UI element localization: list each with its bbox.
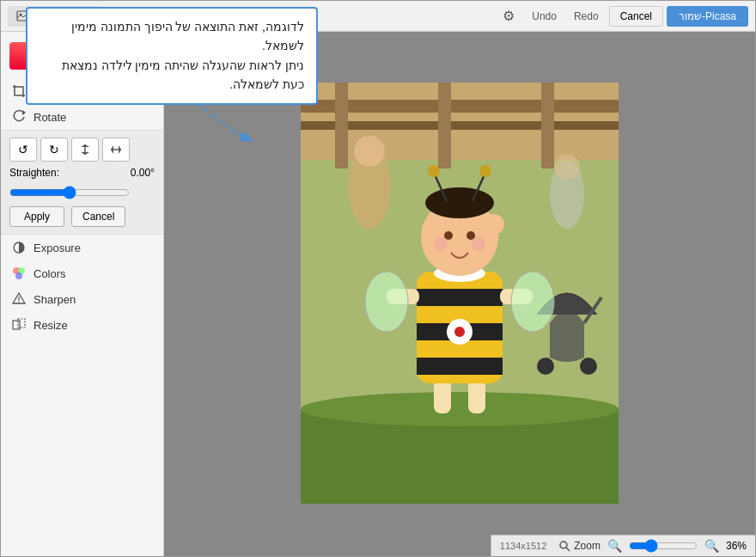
svg-point-65 [560,542,567,548]
svg-line-66 [566,548,570,551]
svg-point-38 [537,358,554,375]
tooltip-overlay: לדוגמה, זאת התוצאה של היפוך התמונה מימין… [26,7,318,105]
svg-point-39 [580,358,597,375]
rotate-panel: ↺ ↻ Straighten: 0.00° Apply Canc [1,130,163,235]
svg-rect-31 [541,83,554,168]
straighten-row: Straighten: 0.00° [9,167,155,179]
svg-point-33 [354,136,385,167]
app-container: לדוגמה, זאת התוצאה של היפוך התמונה מימין… [0,0,756,557]
svg-point-56 [444,231,453,240]
colors-label: Colors [34,267,66,280]
straighten-label: Straighten: [9,167,59,179]
sharpen-icon [11,291,27,307]
sharpen-label: Sharpen [34,293,76,306]
canvas-area: 1134x1512 Zoom 🔍 🔍 36% [164,32,755,556]
cancel-button[interactable]: Cancel [609,6,663,27]
zoom-bar: 1134x1512 Zoom 🔍 🔍 36% [491,535,755,556]
undo-button[interactable]: Undo [525,7,564,26]
svg-rect-30 [438,83,451,168]
svg-marker-12 [81,152,89,155]
zoom-slider[interactable] [629,539,698,553]
svg-rect-44 [417,289,503,306]
colors-icon [11,266,27,281]
rotate-cancel-button[interactable]: Cancel [71,206,125,227]
svg-point-60 [484,214,504,235]
svg-rect-28 [301,121,619,130]
zoom-label: Zoom [558,540,601,552]
svg-point-53 [511,272,554,332]
sidebar-item-rotate[interactable]: Rotate [1,104,163,130]
svg-point-57 [466,231,475,240]
svg-point-62 [428,165,440,177]
main-area: ✦ Auto-Fix Crop Rotate ↺ [1,32,755,556]
zoom-percent: 36% [726,540,747,552]
straighten-slider[interactable] [9,186,130,199]
flip-horizontal-button[interactable] [102,138,130,162]
svg-rect-29 [335,83,348,168]
rotate-cw-button[interactable]: ↻ [40,138,68,162]
svg-point-55 [425,187,494,218]
zoom-out-button[interactable]: 🔍 [606,539,624,553]
svg-point-37 [301,392,619,426]
svg-point-64 [479,165,491,177]
svg-point-19 [15,272,22,279]
svg-point-22 [18,302,20,303]
svg-point-52 [365,272,408,332]
sidebar-item-colors[interactable]: Colors [1,260,163,286]
exposure-label: Exposure [34,242,81,254]
svg-point-35 [554,154,580,180]
sidebar: ✦ Auto-Fix Crop Rotate ↺ [1,32,164,556]
apply-button[interactable]: Apply [9,206,64,227]
settings-button[interactable]: ⚙ [496,4,521,28]
rotate-buttons-group: ↺ ↻ [9,138,155,162]
redo-button[interactable]: Redo [567,7,606,26]
save-button[interactable]: שמור-Picasa [667,6,748,27]
zoom-in-button[interactable]: 🔍 [703,539,721,553]
resize-icon [11,317,27,333]
exposure-icon [11,240,27,255]
sidebar-item-resize[interactable]: Resize [1,312,163,338]
svg-point-58 [434,237,448,251]
straighten-value: 0.00° [131,167,155,179]
svg-point-59 [472,237,485,251]
flip-vertical-button[interactable] [71,138,99,162]
svg-marker-14 [111,145,113,154]
svg-rect-46 [417,358,503,375]
dimensions-label: 1134x1512 [500,541,546,551]
tooltip-line1: לדוגמה, זאת התוצאה של היפוך התמונה מימין… [40,17,304,56]
rotate-ccw-button[interactable]: ↺ [9,138,37,162]
svg-rect-27 [301,100,619,113]
sidebar-item-exposure[interactable]: Exposure [1,235,163,260]
sidebar-item-sharpen[interactable]: Sharpen [1,286,163,312]
rotate-label: Rotate [34,111,66,124]
svg-marker-9 [22,110,26,115]
tooltip-line2: ניתן לראות שהעגלה שהיתה מימין לילדה נמצא… [40,56,304,95]
apply-cancel-row: Apply Cancel [9,206,155,227]
photo-image [301,83,619,504]
svg-marker-15 [119,145,121,154]
crop-icon [11,83,27,99]
resize-label: Resize [34,319,68,332]
svg-point-49 [454,327,465,337]
zoom-icon [558,540,570,552]
svg-marker-11 [81,144,89,147]
rotate-icon [11,109,27,125]
photo-container [301,83,619,506]
